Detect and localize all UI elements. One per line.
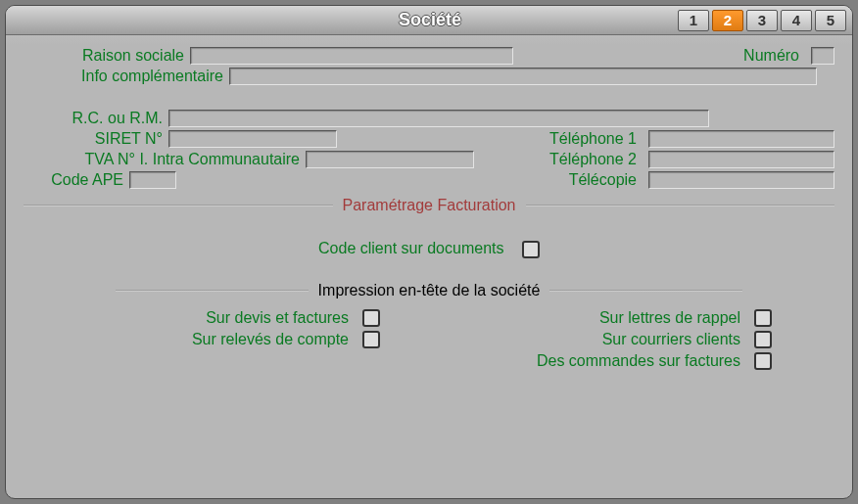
checkbox-sur-lettres-rappel[interactable] (754, 309, 772, 327)
input-raison-sociale[interactable] (190, 47, 513, 65)
titlebar: Société 1 2 3 4 5 (6, 6, 852, 35)
input-siret[interactable] (168, 130, 337, 148)
checkbox-code-client-docs[interactable] (522, 241, 540, 258)
input-tel2[interactable] (648, 151, 834, 168)
label-sur-courriers-clients: Sur courriers clients (602, 331, 746, 348)
pager: 1 2 3 4 5 (678, 10, 846, 31)
societe-window: Société 1 2 3 4 5 Raison sociale Numéro … (5, 5, 853, 499)
label-tel2: Téléphone 2 (549, 151, 643, 168)
pager-btn-5[interactable]: 5 (815, 10, 846, 31)
input-numero[interactable] (811, 47, 834, 65)
section-impression-title: Impression en-tête de la société (318, 282, 541, 299)
label-numero: Numéro (743, 47, 805, 65)
label-tva-intra: TVA N° I. Intra Communautaire (24, 151, 306, 168)
pager-btn-4[interactable]: 4 (781, 10, 812, 31)
label-commandes-sur-factures: Des commandes sur factures (537, 352, 746, 370)
input-code-ape[interactable] (129, 171, 176, 189)
section-facturation: Paramétrage Facturation (24, 197, 834, 214)
label-raison-sociale: Raison sociale (24, 47, 190, 65)
input-info-compl[interactable] (229, 68, 817, 85)
label-sur-devis-factures: Sur devis et factures (206, 309, 355, 327)
label-rc-rm: R.C. ou R.M. (24, 110, 168, 127)
input-tva-intra[interactable] (306, 151, 474, 168)
checkbox-sur-courriers-clients[interactable] (754, 331, 772, 348)
label-siret: SIRET N° (24, 130, 168, 148)
label-tel1: Téléphone 1 (549, 130, 643, 148)
pager-btn-2[interactable]: 2 (712, 10, 743, 31)
label-sur-releves: Sur relevés de compte (192, 331, 355, 348)
pager-btn-3[interactable]: 3 (746, 10, 778, 31)
window-title: Société (6, 10, 678, 30)
pager-btn-1[interactable]: 1 (678, 10, 709, 31)
label-fax: Télécopie (569, 171, 643, 189)
input-tel1[interactable] (648, 130, 834, 148)
checkbox-sur-releves[interactable] (362, 331, 380, 348)
section-impression: Impression en-tête de la société (116, 282, 742, 299)
label-info-compl: Info complémentaire (24, 68, 229, 85)
label-code-ape: Code APE (24, 171, 129, 189)
checkbox-commandes-sur-factures[interactable] (754, 352, 772, 370)
section-facturation-title: Paramétrage Facturation (343, 197, 516, 214)
label-code-client-docs: Code client sur documents (318, 240, 509, 256)
input-fax[interactable] (648, 171, 834, 189)
checkbox-sur-devis-factures[interactable] (362, 309, 380, 327)
label-sur-lettres-rappel: Sur lettres de rappel (599, 309, 746, 327)
input-rc-rm[interactable] (168, 110, 709, 127)
